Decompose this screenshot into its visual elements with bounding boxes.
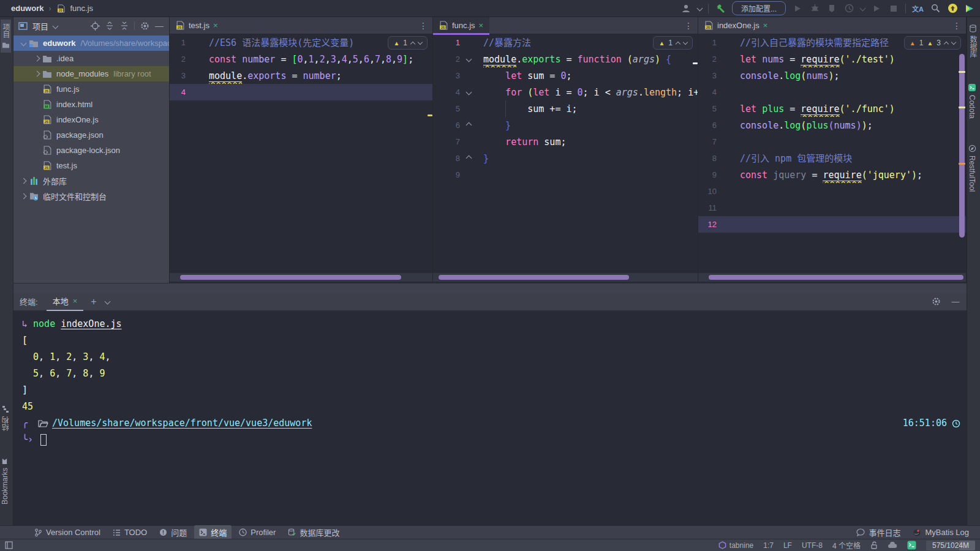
next-warning-icon[interactable] xyxy=(951,40,956,45)
terminal-output[interactable]: ↳ node indexOne.js[ 0, 1, 2, 3, 4, 5, 6,… xyxy=(13,311,967,448)
material-plugin-icon[interactable] xyxy=(964,3,975,14)
terminal-dropdown-icon[interactable] xyxy=(104,299,110,305)
toolbar-Profiler-button[interactable]: Profiler xyxy=(234,527,281,538)
tree-item-test.js[interactable]: JStest.js xyxy=(13,158,169,173)
tree-item-node_modules[interactable]: node_moduleslibrary root xyxy=(13,66,169,81)
toolbar-事件日志-button[interactable]: 事件日志 xyxy=(851,525,905,539)
toolwindow-toggle-icon[interactable] xyxy=(5,541,13,549)
hscrollbar-thumb[interactable] xyxy=(180,275,401,280)
error-stripe-mark[interactable] xyxy=(428,114,432,116)
breadcrumb-project[interactable]: eduwork xyxy=(11,4,43,13)
inspection-widget[interactable]: ▲1 xyxy=(388,36,428,50)
editor-hscrollbar[interactable] xyxy=(433,273,698,282)
search-everywhere-icon[interactable] xyxy=(930,3,941,14)
terminal-minimize-icon[interactable]: — xyxy=(951,297,960,307)
tree-chevron-icon[interactable] xyxy=(18,179,28,183)
file-encoding[interactable]: UTF-8 xyxy=(802,541,823,550)
tab-options-kebab-icon[interactable]: ⋮ xyxy=(414,21,432,31)
tree-chevron-icon[interactable] xyxy=(18,194,28,198)
tab-options-kebab-icon[interactable]: ⋮ xyxy=(679,21,698,31)
cloud-sync-icon[interactable] xyxy=(888,542,897,549)
tabnine-status[interactable]: tabnine xyxy=(718,541,753,550)
prev-warning-icon[interactable] xyxy=(410,41,415,46)
fold-marker-icon[interactable] xyxy=(465,123,472,127)
tree-item-外部库[interactable]: 外部库 xyxy=(13,173,169,189)
fold-marker-icon[interactable] xyxy=(465,57,472,61)
code-area[interactable]: 1//ES6 语法暴露模块(先定义变量)2const number = [0,1… xyxy=(170,34,432,272)
run-anything-icon[interactable] xyxy=(871,3,882,14)
readonly-lock-icon[interactable] xyxy=(870,541,878,549)
run-icon[interactable] xyxy=(792,3,803,14)
settings-gear-icon[interactable] xyxy=(140,21,149,31)
prev-warning-icon[interactable] xyxy=(944,41,949,46)
profiler-dropdown-icon[interactable] xyxy=(860,6,866,12)
run-configuration-button[interactable]: 添加配置... xyxy=(732,1,786,15)
editor-tab-func.js[interactable]: JSfunc.js× xyxy=(433,17,489,34)
user-account-icon[interactable] xyxy=(680,3,692,14)
hscrollbar-thumb[interactable] xyxy=(709,275,963,280)
tree-item-.idea[interactable]: .idea xyxy=(13,51,169,66)
fold-marker-icon[interactable] xyxy=(465,156,472,160)
stop-icon[interactable] xyxy=(888,3,899,14)
editor-hscrollbar[interactable] xyxy=(170,273,432,282)
next-warning-icon[interactable] xyxy=(418,40,423,45)
locate-file-icon[interactable] xyxy=(90,21,100,31)
codota-upgrade-icon[interactable] xyxy=(947,3,958,14)
tool-window-database-button[interactable]: 数据库 xyxy=(968,21,978,61)
terminal-tab-local[interactable]: 本地 × xyxy=(47,293,84,311)
tree-chevron-icon[interactable] xyxy=(32,72,42,76)
indent-style[interactable]: 4 个空格 xyxy=(832,540,861,550)
inspection-widget[interactable]: ▲1 xyxy=(653,36,693,50)
hscrollbar-thumb[interactable] xyxy=(439,275,629,280)
tab-options-kebab-icon[interactable]: ⋮ xyxy=(948,21,966,31)
coverage-icon[interactable] xyxy=(826,3,837,14)
terminal-prompt-line[interactable]: ╰› xyxy=(22,432,967,448)
tree-item-eduwork[interactable]: eduwork/Volumes/share/workspac xyxy=(13,36,169,51)
tree-item-临时文件和控制台[interactable]: 临时文件和控制台 xyxy=(13,189,169,204)
project-view-title[interactable]: 项目 xyxy=(32,20,48,32)
editor-tab-test.js[interactable]: JStest.js× xyxy=(170,17,224,34)
toolbar-数据库更改-button[interactable]: 数据库更改 xyxy=(283,525,344,539)
translate-icon[interactable]: 文A xyxy=(912,3,924,14)
tree-chevron-icon[interactable] xyxy=(32,56,42,61)
line-separator[interactable]: LF xyxy=(783,541,792,550)
expand-all-icon[interactable] xyxy=(105,21,115,31)
tab-close-icon[interactable]: × xyxy=(213,21,218,30)
profiler-run-icon[interactable] xyxy=(843,3,854,14)
toolbar-MyBatis Log-button[interactable]: MyBatis Log xyxy=(908,525,974,539)
terminal-settings-gear-icon[interactable] xyxy=(931,297,941,307)
error-stripe-mark[interactable] xyxy=(693,62,698,64)
debug-icon[interactable] xyxy=(809,3,820,14)
caret-position[interactable]: 1:7 xyxy=(763,541,774,550)
tree-item-func.js[interactable]: JSfunc.js xyxy=(13,81,169,97)
tree-item-package-lock.json[interactable]: package-lock.json xyxy=(13,143,169,158)
prev-warning-icon[interactable] xyxy=(676,41,680,46)
toolbar-Version Control-button[interactable]: Version Control xyxy=(29,527,105,538)
fold-marker-icon[interactable] xyxy=(465,90,472,94)
inspection-widget[interactable]: ▲1▲3 xyxy=(904,36,961,50)
build-hammer-icon[interactable] xyxy=(715,3,726,14)
terminal-tab-close-icon[interactable]: × xyxy=(73,296,78,305)
breadcrumb-file[interactable]: func.js xyxy=(70,4,93,13)
tool-window-codota-button[interactable]: Codota xyxy=(968,80,976,122)
tree-item-package.json[interactable]: package.json xyxy=(13,127,169,143)
editor-vscrollbar[interactable] xyxy=(959,54,965,238)
tree-item-indexOne.js[interactable]: JSindexOne.js xyxy=(13,112,169,127)
terminal-badge-icon[interactable] xyxy=(907,541,916,550)
tool-window-project-button[interactable]: 项目 xyxy=(1,20,11,53)
collapse-all-icon[interactable] xyxy=(119,21,129,31)
tab-close-icon[interactable]: × xyxy=(479,21,484,30)
tree-item-index.html[interactable]: Hindex.html xyxy=(13,97,169,112)
editor-tab-indexOne.js[interactable]: JSindexOne.js× xyxy=(698,17,774,34)
editor-hscrollbar[interactable] xyxy=(698,273,966,282)
tab-close-icon[interactable]: × xyxy=(763,21,768,30)
toolbar-问题-button[interactable]: 问题 xyxy=(154,525,192,539)
code-area[interactable]: 1//暴露方法2module.exports = function (args)… xyxy=(433,34,698,272)
tool-window-structure-button[interactable]: 结构 xyxy=(1,402,11,435)
next-warning-icon[interactable] xyxy=(683,40,688,45)
tool-window-restfultool-button[interactable]: RestfulTool xyxy=(968,141,976,195)
new-terminal-icon[interactable]: + xyxy=(91,296,96,307)
code-area[interactable]: 1//引入自己暴露的模块需要指定路径2let nums = require('.… xyxy=(698,34,966,272)
toolbar-TODO-button[interactable]: TODO xyxy=(108,527,152,538)
tree-chevron-icon[interactable] xyxy=(18,41,28,45)
